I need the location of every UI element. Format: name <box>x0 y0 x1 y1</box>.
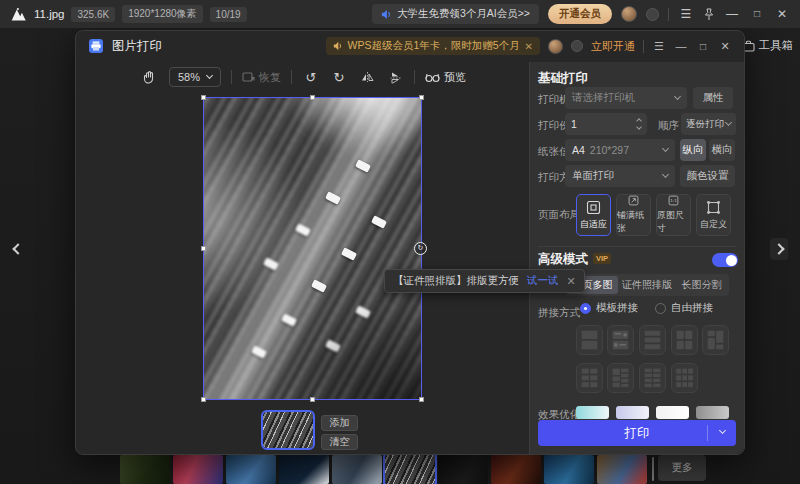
order-value: 逐份打印 <box>686 118 724 131</box>
divider <box>291 70 292 84</box>
more-thumbnails-button[interactable]: 更多 <box>658 455 706 481</box>
wps-membership-banner[interactable]: WPS超级会员1年卡，限时加赠5个月 ✕ <box>326 37 541 55</box>
dialog-minimize-icon[interactable]: — <box>674 40 688 52</box>
printer-properties-button[interactable]: 属性 <box>693 87 733 109</box>
add-image-button[interactable]: 添加 <box>321 415 358 431</box>
secondary-avatar-icon[interactable] <box>646 8 659 21</box>
template-1x3[interactable] <box>639 325 666 355</box>
restore-button[interactable]: 恢复 <box>242 70 281 85</box>
template-2x3[interactable] <box>576 363 603 393</box>
advanced-mode-toggle[interactable] <box>712 253 738 267</box>
filmstrip-thumbnail[interactable] <box>544 455 594 484</box>
resize-handle-ne[interactable] <box>419 95 424 100</box>
effect-swatch-bright[interactable] <box>656 406 689 419</box>
fit-page-icon <box>586 200 601 215</box>
radio-free-stitch[interactable]: 自由拼接 <box>655 301 713 315</box>
advanced-mode-title: 高级模式VIP <box>538 251 611 268</box>
divider <box>414 70 415 84</box>
menu-icon[interactable]: ☰ <box>678 8 694 20</box>
copies-input[interactable] <box>571 118 621 130</box>
dialog-menu-icon[interactable]: ☰ <box>652 40 666 53</box>
resize-handle-nw[interactable] <box>201 95 206 100</box>
toolbox-button[interactable]: 工具箱 <box>742 38 794 53</box>
fill-page-icon <box>626 195 641 206</box>
color-settings-button[interactable]: 颜色设置 <box>680 165 735 187</box>
chevron-down-icon[interactable] <box>719 427 726 434</box>
resize-handle-w[interactable] <box>201 246 206 251</box>
template-3x3[interactable] <box>671 363 698 393</box>
filmstrip-thumbnail[interactable] <box>173 455 223 484</box>
pin-icon[interactable] <box>703 8 715 21</box>
filmstrip-thumbnail[interactable] <box>491 455 541 484</box>
canvas-image[interactable]: ↻ <box>204 98 421 399</box>
open-membership-button[interactable]: 开通会员 <box>548 4 612 24</box>
resize-handle-se[interactable] <box>419 397 424 402</box>
landscape-button[interactable]: 横向 <box>709 139 735 161</box>
layout-option-original[interactable]: 1:1 原图尺寸 <box>656 194 691 236</box>
dialog-close-icon[interactable]: ✕ <box>718 40 732 53</box>
duplex-select[interactable]: 单面打印 <box>565 165 675 187</box>
member-badge-icon <box>571 40 583 52</box>
banner-close-icon[interactable]: ✕ <box>525 41 533 52</box>
template-2x2[interactable] <box>671 325 698 355</box>
close-window-icon[interactable]: ✕ <box>774 8 790 20</box>
rotate-left-icon[interactable]: ↺ <box>302 68 320 86</box>
filmstrip-thumbnail[interactable] <box>279 455 329 484</box>
rotate-handle-icon[interactable]: ↻ <box>414 242 427 255</box>
print-button[interactable]: 打印 <box>538 420 736 446</box>
previous-image-button[interactable] <box>9 238 27 260</box>
layout-option-custom[interactable]: 自定义 <box>696 194 731 236</box>
tab-idphoto-layout[interactable]: 证件照排版 <box>618 276 676 294</box>
template-idcard[interactable] <box>607 325 634 355</box>
effect-swatch-gray[interactable] <box>696 406 729 419</box>
template-2x4[interactable] <box>639 363 666 393</box>
effect-swatch-cool[interactable] <box>576 406 609 419</box>
resize-handle-s[interactable] <box>310 397 315 402</box>
flip-vertical-icon[interactable] <box>386 68 404 86</box>
clear-images-button[interactable]: 清空 <box>321 434 358 450</box>
radio-label: 自由拼接 <box>671 301 713 315</box>
original-size-icon: 1:1 <box>666 195 681 206</box>
filmstrip-thumbnail[interactable] <box>438 455 488 484</box>
copies-stepper[interactable] <box>565 113 647 135</box>
template-mixed-7[interactable] <box>607 363 634 393</box>
minimize-window-icon[interactable]: — <box>724 8 740 20</box>
radio-template-stitch[interactable]: 模板拼接 <box>580 301 638 315</box>
portrait-button[interactable]: 纵向 <box>680 139 706 161</box>
layout-option-fill[interactable]: 铺满纸张 <box>616 194 651 236</box>
filmstrip-thumbnail-selected[interactable] <box>385 455 435 484</box>
user-avatar[interactable] <box>621 6 637 22</box>
tooltip-try-link[interactable]: 试一试 <box>527 274 559 288</box>
maximize-window-icon[interactable]: □ <box>749 9 765 19</box>
filmstrip-thumbnail[interactable] <box>332 455 382 484</box>
filmstrip-thumbnail[interactable] <box>226 455 276 484</box>
printer-select[interactable]: 请选择打印机 <box>565 87 687 109</box>
open-membership-link[interactable]: 立即开通 <box>591 39 635 54</box>
next-image-button[interactable] <box>770 238 788 260</box>
stepper-arrows[interactable] <box>637 119 641 129</box>
pan-hand-icon[interactable] <box>141 68 159 86</box>
resize-handle-sw[interactable] <box>201 397 206 402</box>
collate-select[interactable]: 逐份打印 <box>681 113 736 135</box>
toolbox-label: 工具箱 <box>759 38 794 53</box>
layout-option-fit[interactable]: 自适应 <box>576 194 611 236</box>
resize-handle-n[interactable] <box>310 95 315 100</box>
dialog-titlebar-right: WPS超级会员1年卡，限时加赠5个月 ✕ 立即开通 ☰ — □ ✕ <box>326 37 733 55</box>
tooltip-close-icon[interactable]: ✕ <box>567 275 576 288</box>
rotate-right-icon[interactable]: ↻ <box>330 68 348 86</box>
zoom-level-dropdown[interactable]: 58% <box>169 67 221 87</box>
template-1x2[interactable] <box>576 325 603 355</box>
current-image-thumbnail[interactable] <box>263 412 313 448</box>
stitch-mode-label: 拼接方式 <box>538 306 580 320</box>
tab-long-image-split[interactable]: 长图分割 <box>676 276 727 294</box>
paper-size-select[interactable]: A4 210*297 <box>565 139 675 161</box>
effect-swatch-soft[interactable] <box>616 406 649 419</box>
flip-horizontal-icon[interactable] <box>358 68 376 86</box>
divider <box>231 70 232 84</box>
filmstrip-thumbnail[interactable] <box>120 455 170 484</box>
filmstrip-thumbnail[interactable] <box>597 455 647 484</box>
preview-button[interactable]: 预览 <box>425 70 466 85</box>
dialog-maximize-icon[interactable]: □ <box>696 41 710 52</box>
ai-member-promo-banner[interactable]: 大学生免费领3个月AI会员>> <box>372 4 539 24</box>
template-mixed[interactable] <box>702 325 729 355</box>
